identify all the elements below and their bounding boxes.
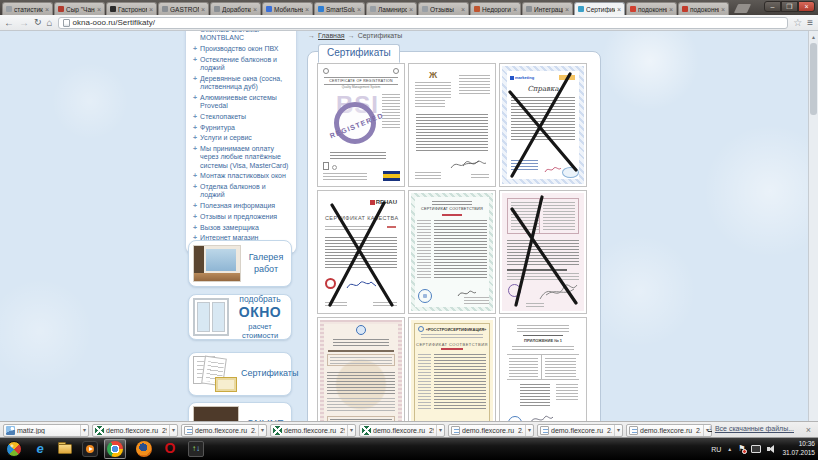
tab-close-icon[interactable]: × — [357, 6, 361, 13]
certificate-thumbnail[interactable]: CERTIFICATE OF REGISTRATION Quality Mana… — [317, 63, 405, 187]
chevron-down-icon[interactable]: ▾ — [436, 425, 442, 436]
tab-close-icon[interactable]: × — [305, 6, 309, 13]
scroll-up-arrow-icon[interactable]: ▲ — [809, 32, 818, 42]
widget-online-consultant[interactable]: ONLINE — [188, 402, 292, 421]
chevron-down-icon[interactable]: ▾ — [258, 425, 264, 436]
widget-window-calculator[interactable]: подобрать ОКНО расчет стоимости — [188, 294, 292, 340]
tab[interactable]: Ламиниров× — [366, 2, 417, 15]
volume-icon[interactable] — [767, 445, 776, 453]
back-icon[interactable]: ← — [4, 18, 14, 28]
tab-close-icon[interactable]: × — [45, 6, 49, 13]
tab[interactable]: подоконни× — [678, 2, 729, 15]
tab-close-icon[interactable]: × — [149, 6, 153, 13]
download-item[interactable]: demo.flexcore.ru_29....csv▾ — [92, 424, 178, 437]
sidebar-item[interactable]: +Фурнитура — [193, 124, 292, 132]
maximize-button[interactable]: ❐ — [781, 1, 798, 12]
chevron-down-icon[interactable]: ▾ — [80, 425, 86, 436]
sidebar-item[interactable]: +Отделка балконов и лоджий — [193, 183, 292, 200]
tab-close-icon[interactable]: × — [721, 6, 725, 13]
home-icon[interactable]: ⌂ — [47, 18, 53, 28]
chrome-icon[interactable] — [107, 441, 123, 457]
media-player-icon[interactable] — [82, 441, 98, 457]
clock[interactable]: 10:36 31.07.2015 — [782, 440, 815, 458]
certificate-thumbnail[interactable] — [499, 190, 587, 314]
tab[interactable]: Мобильный× — [262, 2, 313, 15]
sidebar-item[interactable]: +Услуги и сервис — [193, 134, 292, 142]
tab-close-icon[interactable]: × — [97, 6, 101, 13]
tab[interactable]: GASTRONOM× — [158, 2, 209, 15]
chevron-down-icon[interactable]: ▾ — [169, 425, 175, 436]
download-item[interactable]: demo.flexcore.ru_2...html▾ — [448, 424, 534, 437]
tab[interactable]: Сыр "Чанах"× — [54, 2, 105, 15]
tab[interactable]: статистика× — [2, 2, 53, 15]
tab-close-icon[interactable]: × — [565, 6, 569, 13]
sidebar-item[interactable]: +Монтаж пластиковых окон — [193, 172, 292, 180]
certificate-thumbnail[interactable]: REHAU СЕРТИФИКАТ КАЧЕСТВА — [317, 190, 405, 314]
download-item[interactable]: matiz.jpg▾ — [3, 424, 89, 437]
sidebar-item[interactable]: +Вызов замерщика — [193, 224, 292, 232]
widget-certificates[interactable]: Сертификаты — [188, 352, 292, 396]
download-item[interactable]: demo.flexcore.ru_2...html▾ — [537, 424, 623, 437]
certificate-thumbnail[interactable] — [317, 317, 405, 421]
tab[interactable]: Интеграци× — [522, 2, 573, 15]
sidebar-item[interactable]: +Оконные системы MONTBLANC — [193, 31, 292, 43]
breadcrumb-home-link[interactable]: Главная — [318, 32, 345, 39]
download-item[interactable]: demo.flexcore.ru_29....csv▾ — [359, 424, 445, 437]
reload-icon[interactable]: ↻ — [34, 18, 42, 27]
sidebar-item[interactable]: +Отзывы и предложения — [193, 213, 292, 221]
internet-explorer-icon[interactable]: e — [32, 441, 48, 457]
sidebar-item[interactable]: +Алюминиевые системы Provedal — [193, 94, 292, 111]
tab[interactable]: SmartSoluti× — [314, 2, 365, 15]
download-item[interactable]: demo.flexcore.ru_29....csv▾ — [270, 424, 356, 437]
tab[interactable]: Недорогие× — [470, 2, 521, 15]
page-scrollbar[interactable]: ▲ — [808, 31, 818, 421]
sidebar-item[interactable]: +Полезная информация — [193, 202, 292, 210]
address-bar[interactable]: okna-ooo.ru/Sertifikaty/ — [58, 17, 789, 29]
language-indicator[interactable]: RU — [711, 446, 721, 453]
tab-close-icon[interactable]: × — [201, 6, 205, 13]
download-item[interactable]: demo.flexcore.ru_2...html▾ — [181, 424, 267, 437]
certificate-thumbnail[interactable]: Ж — [408, 63, 496, 187]
download-item[interactable]: demo.flexcore.ru_2...html▾ — [626, 424, 712, 437]
menu-icon[interactable]: ≡ — [807, 17, 814, 28]
new-tab-button[interactable] — [734, 4, 751, 13]
opera-icon[interactable]: O — [162, 441, 178, 457]
tab-close-icon[interactable]: × — [461, 6, 465, 13]
sidebar-item[interactable]: +Деревянные окна (сосна, лиственница дуб… — [193, 75, 292, 92]
tab-close-icon[interactable]: × — [513, 6, 517, 13]
tab[interactable]: Доработки× — [210, 2, 261, 15]
chevron-down-icon[interactable]: ▾ — [525, 425, 531, 436]
close-downloads-bar-icon[interactable]: × — [806, 425, 811, 435]
hidden-icons-arrow[interactable]: ▲ — [727, 446, 732, 452]
transfer-arrows-app-icon[interactable]: ↑↓ — [188, 441, 204, 457]
certificate-thumbnail[interactable]: СЕРТИФИКАТ СООТВЕТСТВИЯ — [408, 190, 496, 314]
network-icon[interactable] — [751, 445, 761, 453]
certificate-thumbnail[interactable]: «РОССТРОЙСЕРТИФИКАЦИЯ» СЕРТИФИКАТ СООТВЕ… — [408, 317, 496, 421]
tab[interactable]: подоконни× — [626, 2, 677, 15]
minimize-button[interactable]: – — [764, 1, 781, 12]
tab-active[interactable]: Сертификат× — [574, 2, 625, 15]
start-button[interactable] — [6, 441, 22, 457]
tab-close-icon[interactable]: × — [253, 6, 257, 13]
tab[interactable]: Гастрономи× — [106, 2, 157, 15]
scrollbar-thumb[interactable] — [810, 43, 817, 115]
show-all-downloads-link[interactable]: Все скачанные файлы... — [715, 425, 794, 432]
sidebar-item[interactable]: +Остекление балконов и лоджий — [193, 56, 292, 73]
file-explorer-icon[interactable] — [57, 441, 73, 457]
tab-close-icon[interactable]: × — [409, 6, 413, 13]
tab[interactable]: Отзывы× — [418, 2, 469, 15]
tab-close-icon[interactable]: × — [669, 6, 673, 13]
tab-close-icon[interactable]: × — [617, 6, 621, 13]
sidebar-item[interactable]: +Мы принимаем оплату через любые платёжн… — [193, 145, 292, 170]
sidebar-item[interactable]: +Производство окон ПВХ — [193, 45, 292, 53]
chevron-down-icon[interactable]: ▾ — [347, 425, 353, 436]
chevron-down-icon[interactable]: ▾ — [614, 425, 620, 436]
certificate-thumbnail[interactable]: ПРИЛОЖЕНИЕ № 1 — [499, 317, 587, 421]
bookmark-star-icon[interactable]: ☆ — [793, 17, 802, 28]
firefox-icon[interactable] — [136, 441, 152, 457]
sidebar-item[interactable]: +Стеклопакеты — [193, 113, 292, 121]
certificate-thumbnail[interactable]: marketing Справка — [499, 63, 587, 187]
widget-gallery[interactable]: Галерея работ — [188, 240, 292, 287]
action-center-flag-icon[interactable]: ⚑ — [738, 445, 745, 453]
url-text[interactable]: okna-ooo.ru/Sertifikaty/ — [73, 18, 155, 27]
